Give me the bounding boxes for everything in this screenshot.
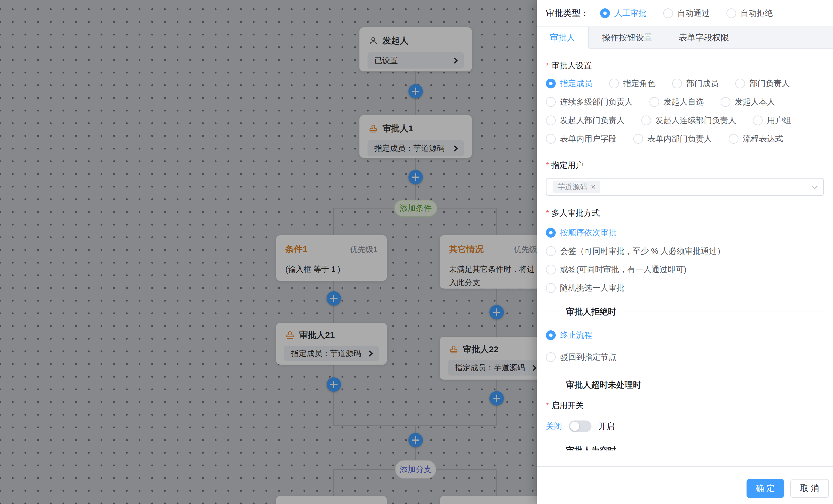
drawer-spacer — [537, 450, 833, 466]
confirm-button[interactable]: 确 定 — [746, 479, 784, 498]
radio-dept-leader[interactable]: 部门负责人 — [735, 78, 790, 89]
approver-setting-row2: 连续多级部门负责人 发起人自选 发起人本人 — [546, 96, 824, 108]
radio-form-user-field[interactable]: 表单内用户字段 — [546, 133, 617, 144]
approver-setting-row3: 发起人部门负责人 发起人连续部门负责人 用户组 — [546, 115, 824, 126]
radio-multi-level-dept-leader[interactable]: 连续多级部门负责人 — [546, 97, 633, 107]
radio-initiator-dept-leader[interactable]: 发起人部门负责人 — [546, 115, 625, 126]
user-tag: 芋道源码 × — [553, 181, 600, 193]
multi-mode-option-orsign: 或签(可同时审批，有一人通过即可) — [546, 264, 824, 275]
enable-switch-label: * 启用开关 — [546, 400, 824, 411]
radio-dot — [727, 8, 736, 18]
drawer-body[interactable]: * 审批人设置 指定成员 指定角色 部门成员 部门负责人 连续 — [537, 49, 833, 450]
required-asterisk: * — [546, 61, 549, 70]
tag-close-icon[interactable]: × — [591, 183, 595, 191]
radio-process-expression[interactable]: 流程表达式 — [729, 133, 783, 144]
radio-initiator-self[interactable]: 发起人本人 — [720, 97, 775, 107]
tab-action-buttons[interactable]: 操作按钮设置 — [589, 27, 666, 48]
reject-section-divider: 审批人拒绝时 — [546, 306, 824, 318]
cancel-button[interactable]: 取 消 — [790, 479, 829, 498]
config-tabs: 审批人 操作按钮设置 表单字段权限 — [537, 26, 833, 49]
radio-initiator-multi-dept-leader[interactable]: 发起人连续部门负责人 — [641, 115, 736, 126]
multi-mode-option-countersign: 会签（可同时审批，至少 % 人必须审批通过） — [546, 245, 824, 257]
reject-option-return-node: 驳回到指定节点 — [546, 351, 824, 363]
toggle-on-label: 开启 — [598, 421, 615, 432]
workflow-designer: 发起人 已设置 审批人1 指定成员：芋道源码 添加 — [0, 0, 833, 504]
assign-user-select[interactable]: 芋道源码 × — [546, 178, 824, 196]
reject-section-title: 审批人拒绝时 — [566, 306, 616, 318]
approver-setting-label: * 审批人设置 — [546, 60, 824, 71]
required-asterisk: * — [546, 401, 549, 410]
tab-approver[interactable]: 审批人 — [537, 27, 589, 48]
timeout-toggle-switch[interactable] — [569, 421, 592, 432]
multi-mode-option-random: 随机挑选一人审批 — [546, 282, 824, 294]
multi-mode-option-sequential: 按顺序依次审批 — [546, 227, 824, 238]
approval-type-label: 审批类型： — [546, 7, 589, 19]
timeout-section-divider: 审批人超时未处理时 — [546, 379, 824, 391]
radio-manual-approval[interactable]: 人工审批 — [600, 8, 646, 19]
radio-designated-member[interactable]: 指定成员 — [546, 78, 592, 89]
radio-user-group[interactable]: 用户组 — [753, 115, 791, 126]
assign-user-label: * 指定用户 — [546, 159, 824, 171]
radio-form-dept-leader[interactable]: 表单内部门负责人 — [633, 133, 712, 144]
toggle-off-label: 关闭 — [546, 421, 562, 432]
timeout-section-title: 审批人超时未处理时 — [566, 379, 641, 391]
radio-dot — [663, 8, 673, 18]
radio-dot — [600, 8, 610, 18]
radio-initiator-choose[interactable]: 发起人自选 — [649, 97, 704, 107]
empty-approver-section-divider: 审批人为空时 — [546, 445, 824, 450]
timeout-toggle-row: 关闭 开启 — [546, 420, 824, 433]
radio-dept-member[interactable]: 部门成员 — [672, 78, 719, 89]
multi-approve-mode-label: * 多人审批方式 — [546, 207, 824, 219]
approver-config-drawer: 审批类型： 人工审批 自动通过 自动拒绝 审批人 操作按钮设置 — [537, 0, 833, 504]
radio-auto-reject[interactable]: 自动拒绝 — [727, 8, 773, 19]
required-asterisk: * — [546, 208, 549, 218]
chevron-down-icon — [812, 183, 818, 189]
tab-form-field-permissions[interactable]: 表单字段权限 — [666, 27, 742, 48]
required-asterisk: * — [546, 161, 549, 170]
approval-type-row: 审批类型： 人工审批 自动通过 自动拒绝 — [537, 0, 833, 26]
reject-option-terminate: 终止流程 — [546, 329, 824, 341]
radio-auto-pass[interactable]: 自动通过 — [663, 8, 710, 19]
empty-approver-section-title: 审批人为空时 — [566, 445, 616, 450]
approver-setting-row4: 表单内用户字段 表单内部门负责人 流程表达式 — [546, 133, 824, 145]
radio-designated-role[interactable]: 指定角色 — [609, 78, 656, 89]
approver-setting-row1: 指定成员 指定角色 部门成员 部门负责人 — [546, 78, 824, 89]
drawer-footer: 确 定 取 消 — [537, 466, 833, 504]
user-tag-label: 芋道源码 — [557, 182, 588, 192]
